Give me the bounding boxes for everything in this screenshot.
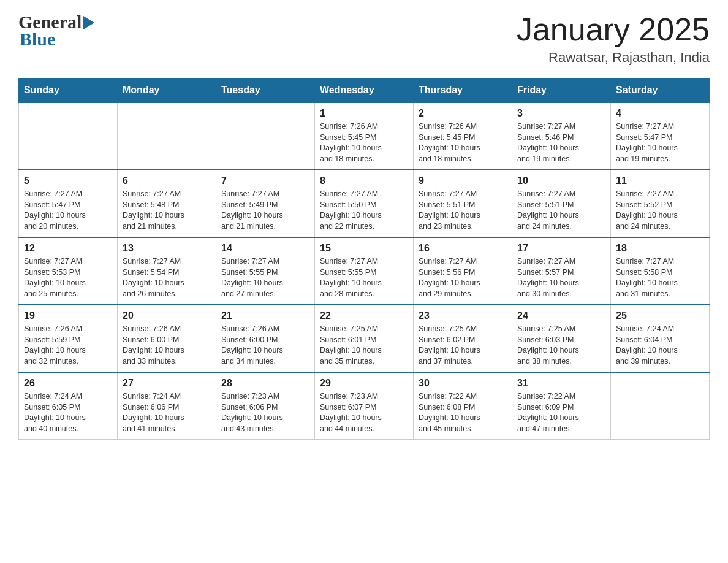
table-row: 14Sunrise: 7:27 AM Sunset: 5:55 PM Dayli…: [216, 237, 315, 305]
day-number: 11: [616, 175, 704, 186]
table-row: 13Sunrise: 7:27 AM Sunset: 5:54 PM Dayli…: [118, 237, 216, 305]
table-row: 8Sunrise: 7:27 AM Sunset: 5:50 PM Daylig…: [315, 170, 414, 237]
day-info: Sunrise: 7:22 AM Sunset: 6:09 PM Dayligh…: [517, 391, 605, 434]
logo-general-text: General: [18, 13, 82, 31]
day-number: 4: [616, 108, 704, 119]
calendar-week-row: 26Sunrise: 7:24 AM Sunset: 6:05 PM Dayli…: [19, 372, 710, 440]
day-number: 23: [419, 310, 507, 321]
day-number: 26: [24, 378, 112, 389]
day-info: Sunrise: 7:27 AM Sunset: 5:55 PM Dayligh…: [221, 256, 309, 299]
table-row: [611, 372, 710, 440]
day-number: 14: [221, 243, 309, 254]
day-info: Sunrise: 7:27 AM Sunset: 5:47 PM Dayligh…: [24, 189, 112, 232]
day-info: Sunrise: 7:27 AM Sunset: 5:49 PM Dayligh…: [221, 189, 309, 232]
day-info: Sunrise: 7:26 AM Sunset: 6:00 PM Dayligh…: [221, 324, 309, 367]
day-number: 12: [24, 243, 112, 254]
calendar-week-row: 1Sunrise: 7:26 AM Sunset: 5:45 PM Daylig…: [19, 102, 710, 170]
day-number: 13: [123, 243, 211, 254]
day-info: Sunrise: 7:27 AM Sunset: 5:57 PM Dayligh…: [517, 256, 605, 299]
day-info: Sunrise: 7:27 AM Sunset: 5:51 PM Dayligh…: [517, 189, 605, 232]
table-row: 22Sunrise: 7:25 AM Sunset: 6:01 PM Dayli…: [315, 305, 414, 372]
day-number: 28: [221, 378, 309, 389]
calendar-week-row: 19Sunrise: 7:26 AM Sunset: 5:59 PM Dayli…: [19, 305, 710, 372]
day-number: 9: [419, 175, 507, 186]
day-info: Sunrise: 7:27 AM Sunset: 5:54 PM Dayligh…: [123, 256, 211, 299]
svg-marker-0: [83, 16, 94, 29]
header-wednesday: Wednesday: [315, 79, 414, 103]
table-row: 21Sunrise: 7:26 AM Sunset: 6:00 PM Dayli…: [216, 305, 315, 372]
day-number: 3: [517, 108, 605, 119]
header-friday: Friday: [512, 79, 611, 103]
table-row: 24Sunrise: 7:25 AM Sunset: 6:03 PM Dayli…: [512, 305, 611, 372]
day-info: Sunrise: 7:24 AM Sunset: 6:06 PM Dayligh…: [123, 391, 211, 434]
calendar-table: Sunday Monday Tuesday Wednesday Thursday…: [18, 78, 710, 440]
day-info: Sunrise: 7:27 AM Sunset: 5:53 PM Dayligh…: [24, 256, 112, 299]
day-number: 24: [517, 310, 605, 321]
day-number: 25: [616, 310, 704, 321]
day-number: 21: [221, 310, 309, 321]
table-row: 7Sunrise: 7:27 AM Sunset: 5:49 PM Daylig…: [216, 170, 315, 237]
table-row: 11Sunrise: 7:27 AM Sunset: 5:52 PM Dayli…: [611, 170, 710, 237]
table-row: 9Sunrise: 7:27 AM Sunset: 5:51 PM Daylig…: [414, 170, 512, 237]
day-info: Sunrise: 7:27 AM Sunset: 5:47 PM Dayligh…: [616, 121, 704, 164]
day-info: Sunrise: 7:27 AM Sunset: 5:48 PM Dayligh…: [123, 189, 211, 232]
day-info: Sunrise: 7:26 AM Sunset: 5:59 PM Dayligh…: [24, 324, 112, 367]
day-number: 2: [419, 108, 507, 119]
calendar-header-row: Sunday Monday Tuesday Wednesday Thursday…: [19, 79, 710, 103]
table-row: 18Sunrise: 7:27 AM Sunset: 5:58 PM Dayli…: [611, 237, 710, 305]
logo-flag-icon: [83, 16, 94, 31]
table-row: 4Sunrise: 7:27 AM Sunset: 5:47 PM Daylig…: [611, 102, 710, 170]
calendar-week-row: 12Sunrise: 7:27 AM Sunset: 5:53 PM Dayli…: [19, 237, 710, 305]
calendar-week-row: 5Sunrise: 7:27 AM Sunset: 5:47 PM Daylig…: [19, 170, 710, 237]
logo-blue-text: Blue: [20, 30, 55, 48]
day-number: 29: [320, 378, 408, 389]
day-info: Sunrise: 7:27 AM Sunset: 5:52 PM Dayligh…: [616, 189, 704, 232]
day-number: 27: [123, 378, 211, 389]
day-number: 15: [320, 243, 408, 254]
header-thursday: Thursday: [414, 79, 512, 103]
day-info: Sunrise: 7:25 AM Sunset: 6:02 PM Dayligh…: [419, 324, 507, 367]
day-number: 16: [419, 243, 507, 254]
table-row: 30Sunrise: 7:22 AM Sunset: 6:08 PM Dayli…: [414, 372, 512, 440]
table-row: 5Sunrise: 7:27 AM Sunset: 5:47 PM Daylig…: [19, 170, 118, 237]
table-row: 2Sunrise: 7:26 AM Sunset: 5:45 PM Daylig…: [414, 102, 512, 170]
table-row: 10Sunrise: 7:27 AM Sunset: 5:51 PM Dayli…: [512, 170, 611, 237]
day-number: 30: [419, 378, 507, 389]
table-row: [216, 102, 315, 170]
header-sunday: Sunday: [19, 79, 118, 103]
table-row: 28Sunrise: 7:23 AM Sunset: 6:06 PM Dayli…: [216, 372, 315, 440]
page-header: General Blue January 2025 Rawatsar, Raja…: [18, 12, 710, 66]
day-number: 5: [24, 175, 112, 186]
table-row: 12Sunrise: 7:27 AM Sunset: 5:53 PM Dayli…: [19, 237, 118, 305]
day-info: Sunrise: 7:26 AM Sunset: 5:45 PM Dayligh…: [419, 121, 507, 164]
day-info: Sunrise: 7:27 AM Sunset: 5:46 PM Dayligh…: [517, 121, 605, 164]
day-number: 31: [517, 378, 605, 389]
day-number: 20: [123, 310, 211, 321]
day-number: 17: [517, 243, 605, 254]
table-row: 15Sunrise: 7:27 AM Sunset: 5:55 PM Dayli…: [315, 237, 414, 305]
calendar-location: Rawatsar, Rajasthan, India: [517, 50, 710, 66]
day-number: 1: [320, 108, 408, 119]
table-row: 23Sunrise: 7:25 AM Sunset: 6:02 PM Dayli…: [414, 305, 512, 372]
header-tuesday: Tuesday: [216, 79, 315, 103]
day-number: 18: [616, 243, 704, 254]
day-info: Sunrise: 7:26 AM Sunset: 6:00 PM Dayligh…: [123, 324, 211, 367]
table-row: 6Sunrise: 7:27 AM Sunset: 5:48 PM Daylig…: [118, 170, 216, 237]
day-number: 6: [123, 175, 211, 186]
day-number: 7: [221, 175, 309, 186]
table-row: 31Sunrise: 7:22 AM Sunset: 6:09 PM Dayli…: [512, 372, 611, 440]
calendar-title: January 2025: [517, 12, 710, 47]
table-row: 3Sunrise: 7:27 AM Sunset: 5:46 PM Daylig…: [512, 102, 611, 170]
table-row: 29Sunrise: 7:23 AM Sunset: 6:07 PM Dayli…: [315, 372, 414, 440]
header-monday: Monday: [118, 79, 216, 103]
day-info: Sunrise: 7:27 AM Sunset: 5:51 PM Dayligh…: [419, 189, 507, 232]
day-info: Sunrise: 7:24 AM Sunset: 6:05 PM Dayligh…: [24, 391, 112, 434]
table-row: [19, 102, 118, 170]
title-block: January 2025 Rawatsar, Rajasthan, India: [517, 12, 710, 66]
day-info: Sunrise: 7:24 AM Sunset: 6:04 PM Dayligh…: [616, 324, 704, 367]
day-info: Sunrise: 7:23 AM Sunset: 6:06 PM Dayligh…: [221, 391, 309, 434]
day-info: Sunrise: 7:27 AM Sunset: 5:58 PM Dayligh…: [616, 256, 704, 299]
day-info: Sunrise: 7:27 AM Sunset: 5:56 PM Dayligh…: [419, 256, 507, 299]
table-row: 1Sunrise: 7:26 AM Sunset: 5:45 PM Daylig…: [315, 102, 414, 170]
day-info: Sunrise: 7:25 AM Sunset: 6:01 PM Dayligh…: [320, 324, 408, 367]
